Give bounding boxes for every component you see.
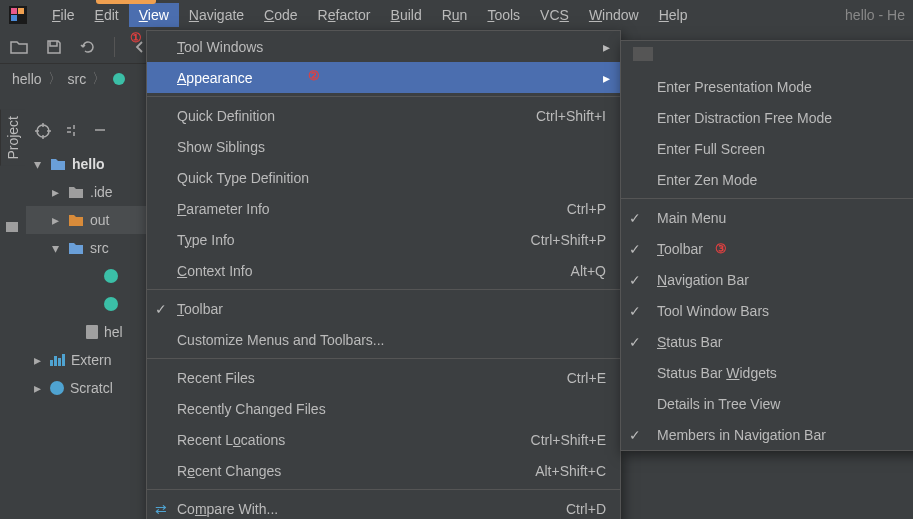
collapse-icon[interactable] [92,122,108,140]
submenu-item-main-menu[interactable]: ✓Main Menu [621,202,913,233]
submenu-item-enter-presentation-mode[interactable]: Enter Presentation Mode [621,71,913,102]
svg-rect-1 [11,8,17,14]
files-tab-icon[interactable] [4,218,20,234]
menu-label: Enter Distraction Free Mode [657,110,832,126]
shortcut: Ctrl+Shift+P [531,232,606,248]
menu-label: Customize Menus and Toolbars... [177,332,385,348]
menu-view[interactable]: View [129,3,179,27]
breadcrumb-item[interactable] [112,72,126,86]
menu-item-recent-files[interactable]: Recent FilesCtrl+E [147,362,620,393]
svg-point-4 [113,73,125,85]
tree-arrow: ▸ [34,380,44,396]
check-icon: ✓ [629,334,641,350]
menu-item-type-info[interactable]: Type InfoCtrl+Shift+P [147,224,620,255]
menu-help[interactable]: Help [649,3,698,27]
menu-navigate[interactable]: Navigate [179,3,254,27]
app-icon [6,3,30,27]
submenu-item-navigation-bar[interactable]: ✓Navigation Bar [621,264,913,295]
tree-label: Scratcl [70,380,113,396]
menu-edit[interactable]: Edit [85,3,129,27]
shortcut: Ctrl+D [566,501,606,517]
menu-window[interactable]: Window [579,3,649,27]
menu-separator [147,289,620,290]
menu-label: Navigation Bar [657,272,749,288]
menu-code[interactable]: Code [254,3,307,27]
refresh-icon[interactable] [80,39,96,55]
menu-file[interactable]: File [42,3,85,27]
menu-label: Tool Windows [177,39,263,55]
shortcut: Ctrl+Shift+I [536,108,606,124]
menu-item-customize-menus-and-toolbars-[interactable]: Customize Menus and Toolbars... [147,324,620,355]
menu-label: Appearance [177,70,253,86]
menu-item-recently-changed-files[interactable]: Recently Changed Files [147,393,620,424]
submenu-item-members-in-navigation-bar[interactable]: ✓Members in Navigation Bar [621,419,913,450]
menu-label: Toolbar [177,301,223,317]
appearance-submenu: Enter Presentation ModeEnter Distraction… [620,40,913,451]
menu-label: Enter Presentation Mode [657,79,812,95]
submenu-item-enter-distraction-free-mode[interactable]: Enter Distraction Free Mode [621,102,913,133]
menu-label: Type Info [177,232,235,248]
shortcut: Ctrl+Shift+E [531,432,606,448]
menu-item-compare-with-[interactable]: ⇄Compare With...Ctrl+D [147,493,620,519]
menu-label: Tool Window Bars [657,303,769,319]
save-icon[interactable] [46,39,62,55]
tree-label: src [90,240,109,256]
menu-label: Recent Locations [177,432,285,448]
menu-label: Recent Files [177,370,255,386]
orange-accent-bar [96,0,156,4]
open-icon[interactable] [10,39,28,55]
breadcrumb-item[interactable]: hello [12,71,42,87]
svg-rect-5 [6,222,18,232]
submenu-item-toolbar[interactable]: ✓Toolbar③ [621,233,913,264]
menu-refactor[interactable]: Refactor [308,3,381,27]
menu-item-recent-locations[interactable]: Recent LocationsCtrl+Shift+E [147,424,620,455]
tree-label: Extern [71,352,111,368]
menu-item-show-siblings[interactable]: Show Siblings [147,131,620,162]
menu-item-appearance[interactable]: Appearance▸② [147,62,620,93]
check-icon: ✓ [155,301,167,317]
project-tab[interactable]: Project [0,110,25,166]
check-icon: ✓ [629,210,641,226]
chevron-right-icon: 〉 [48,70,62,88]
shortcut: Alt+Q [571,263,606,279]
tree-arrow: ▸ [52,212,62,228]
svg-rect-3 [11,15,17,21]
menu-run[interactable]: Run [432,3,478,27]
submenu-item-enter-full-screen[interactable]: Enter Full Screen [621,133,913,164]
menubar: FileEditViewNavigateCodeRefactorBuildRun… [0,0,913,30]
menu-tools[interactable]: Tools [477,3,530,27]
chevron-right-icon: ▸ [603,70,610,86]
chevron-right-icon: 〉 [92,70,106,88]
shortcut: Alt+Shift+C [535,463,606,479]
menu-item-recent-changes[interactable]: Recent ChangesAlt+Shift+C [147,455,620,486]
menu-item-context-info[interactable]: Context InfoAlt+Q [147,255,620,286]
menu-build[interactable]: Build [381,3,432,27]
compare-icon: ⇄ [155,501,167,517]
submenu-item-status-bar[interactable]: ✓Status Bar [621,326,913,357]
menu-label: Parameter Info [177,201,270,217]
tree-arrow: ▸ [34,352,44,368]
submenu-item-tool-window-bars[interactable]: ✓Tool Window Bars [621,295,913,326]
breadcrumb-item[interactable]: src [68,71,87,87]
submenu-item-enter-zen-mode[interactable]: Enter Zen Mode [621,164,913,195]
menu-item-quick-definition[interactable]: Quick DefinitionCtrl+Shift+I [147,100,620,131]
menu-label: Members in Navigation Bar [657,427,826,443]
tree-arrow: ▾ [52,240,62,256]
submenu-item-status-bar-widgets[interactable]: Status Bar Widgets▸ [621,357,913,388]
menu-label: Enter Full Screen [657,141,765,157]
menu-item-toolbar[interactable]: ✓Toolbar [147,293,620,324]
menu-item-parameter-info[interactable]: Parameter InfoCtrl+P [147,193,620,224]
menu-separator [147,489,620,490]
menu-label: Status Bar [657,334,722,350]
menu-item-tool-windows[interactable]: Tool Windows▸ [147,31,620,62]
back-icon[interactable] [133,40,147,54]
shortcut: Ctrl+P [567,201,606,217]
menu-label: Main Menu [657,210,726,226]
menu-label: Details in Tree View [657,396,780,412]
menu-vcs[interactable]: VCS [530,3,579,27]
target-icon[interactable] [34,122,52,140]
menu-item-quick-type-definition[interactable]: Quick Type Definition [147,162,620,193]
tree-label: .ide [90,184,113,200]
expand-icon[interactable] [64,122,80,140]
submenu-item-details-in-tree-view[interactable]: Details in Tree View [621,388,913,419]
